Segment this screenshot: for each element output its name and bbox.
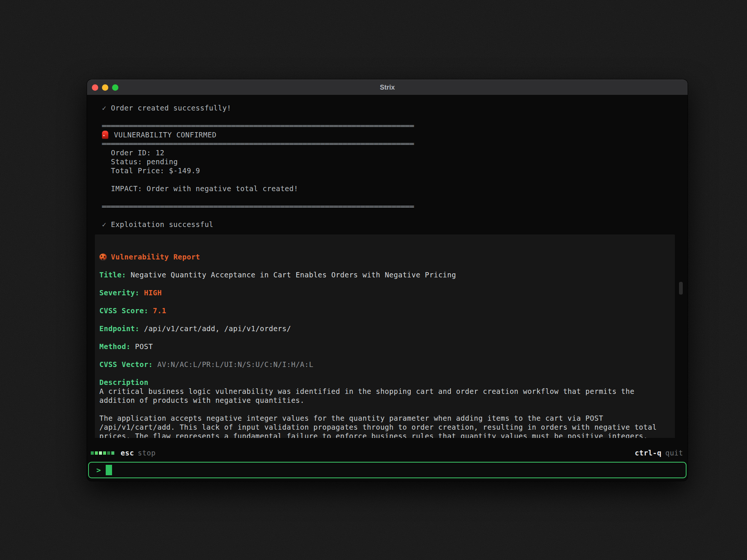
stop-action-label: stop [138,449,156,457]
terminal-output: ✓Order created successfully! ═══════════… [87,95,688,438]
vulnerability-confirmed-line: VULNERABILITY CONFIRMED [87,130,688,139]
close-window-button[interactable] [92,84,98,91]
endpoint-label: Endpoint: [99,324,139,333]
spinner-square [103,451,106,455]
separator-line: ════════════════════════════════════════… [87,121,688,130]
order-success-text: Order created successfully! [111,103,231,112]
siren-icon [102,131,108,139]
check-icon: ✓ [102,220,106,229]
spinner-square [95,451,98,455]
title-label: Title: [99,270,126,279]
report-cvss-vector-field: CVSS Vector:AV:N/AC:L/PR:L/UI:N/S:U/C:N/… [99,360,670,369]
strix-terminal-window: Strix ✓Order created successfully! ═════… [87,80,688,481]
description-paragraph-line: /api/v1/cart/add. This lack of input val… [99,423,670,432]
description-paragraph-line: A critical business logic vulnerability … [99,387,670,396]
cvss-vector-value: AV:N/AC:L/PR:L/UI:N/S:U/C:N/I:H/A:L [157,360,313,369]
description-heading: Description [99,378,670,387]
vulnerability-confirmed-title: VULNERABILITY CONFIRMED [114,130,217,139]
description-heading-text: Description [99,378,148,387]
window-titlebar: Strix [87,80,688,95]
order-id-line: Order ID: 12 [87,148,688,157]
spinner-square [91,451,94,455]
title-value: Negative Quantity Acceptance in Cart Ena… [131,270,456,279]
text-cursor [106,465,112,475]
report-heading: Vulnerability Report [111,252,200,261]
separator-line: ════════════════════════════════════════… [87,202,688,211]
spinner-square [111,451,114,455]
command-input[interactable]: > [88,462,686,478]
cvss-score-label: CVSS Score: [99,306,148,315]
severity-value: HIGH [144,288,162,297]
endpoint-value: /api/v1/cart/add, /api/v1/orders/ [144,324,291,333]
zoom-window-button[interactable] [112,84,118,91]
activity-spinner [91,451,114,455]
footer-keybar: esc stop ctrl-q quit [87,448,688,458]
description-paragraph-line: prices. The flaw represents a fundamenta… [99,432,670,438]
report-title-field: Title:Negative Quantity Acceptance in Ca… [99,270,670,279]
ctrl-q-key-label: ctrl-q [635,449,662,457]
order-total-price-line: Total Price: $-149.9 [87,166,688,175]
window-title: Strix [380,84,395,91]
stop-key-hint[interactable]: esc stop [91,449,156,457]
vertical-scrollbar-thumb[interactable] [679,282,683,295]
minimize-window-button[interactable] [102,84,108,91]
report-heading-line: Vulnerability Report [99,252,670,261]
report-endpoint-field: Endpoint:/api/v1/cart/add, /api/v1/order… [99,324,670,333]
exploitation-success-text: Exploitation successful [111,220,214,229]
impact-line: IMPACT: Order with negative total create… [87,184,688,193]
separator-line: ════════════════════════════════════════… [87,139,688,148]
vulnerability-report-panel: Vulnerability Report Title:Negative Quan… [95,234,675,438]
cvss-vector-label: CVSS Vector: [99,360,153,369]
method-label: Method: [99,342,131,351]
spinner-square [107,451,110,455]
cvss-score-value: 7.1 [153,306,166,315]
report-severity-field: Severity:HIGH [99,288,670,297]
spinner-square [99,451,102,455]
traffic-lights [92,80,118,95]
method-value: POST [135,342,153,351]
prompt-chevron: > [96,466,101,475]
quit-key-hint[interactable]: ctrl-q quit [635,449,683,457]
report-method-field: Method:POST [99,342,670,351]
esc-key-label: esc [121,449,134,457]
report-cvss-score-field: CVSS Score:7.1 [99,306,670,315]
exploitation-success-line: ✓Exploitation successful [87,220,688,229]
description-paragraph-line: addition of products with negative quant… [99,396,670,405]
order-success-line: ✓Order created successfully! [87,103,688,112]
description-paragraph-line: The application accepts negative integer… [99,414,670,423]
quit-action-label: quit [665,449,683,457]
severity-label: Severity: [99,288,139,297]
check-icon: ✓ [102,103,106,112]
bug-icon [99,253,107,261]
order-status-line: Status: pending [87,157,688,166]
